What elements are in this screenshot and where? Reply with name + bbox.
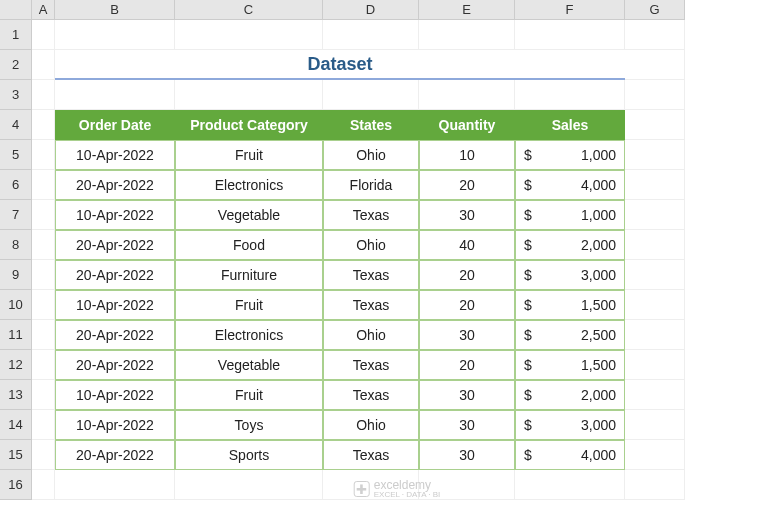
row-head-11[interactable]: 11 <box>0 320 32 350</box>
row-head-8[interactable]: 8 <box>0 230 32 260</box>
row-head-6[interactable]: 6 <box>0 170 32 200</box>
row-head-13[interactable]: 13 <box>0 380 32 410</box>
header-product-category[interactable]: Product Category <box>175 110 323 140</box>
cell-quantity[interactable]: 30 <box>419 380 515 410</box>
cell-B3[interactable] <box>55 80 175 110</box>
cell-order-date[interactable]: 10-Apr-2022 <box>55 290 175 320</box>
row-head-7[interactable]: 7 <box>0 200 32 230</box>
cell-C3[interactable] <box>175 80 323 110</box>
cell-G16[interactable] <box>625 470 685 500</box>
cell-G10[interactable] <box>625 290 685 320</box>
row-head-14[interactable]: 14 <box>0 410 32 440</box>
cell-product-category[interactable]: Sports <box>175 440 323 470</box>
cell-quantity[interactable]: 40 <box>419 230 515 260</box>
cell-G8[interactable] <box>625 230 685 260</box>
cell-quantity[interactable]: 20 <box>419 260 515 290</box>
cell-product-category[interactable]: Toys <box>175 410 323 440</box>
cell-product-category[interactable]: Vegetable <box>175 350 323 380</box>
header-order-date[interactable]: Order Date <box>55 110 175 140</box>
cell-G15[interactable] <box>625 440 685 470</box>
cell-A6[interactable] <box>32 170 55 200</box>
cell-G9[interactable] <box>625 260 685 290</box>
cell-states[interactable]: Texas <box>323 260 419 290</box>
cell-G6[interactable] <box>625 170 685 200</box>
cell-order-date[interactable]: 20-Apr-2022 <box>55 350 175 380</box>
header-sales[interactable]: Sales <box>515 110 625 140</box>
cell-F3[interactable] <box>515 80 625 110</box>
cell-order-date[interactable]: 20-Apr-2022 <box>55 230 175 260</box>
cell-states[interactable]: Ohio <box>323 410 419 440</box>
cell-quantity[interactable]: 30 <box>419 200 515 230</box>
row-head-1[interactable]: 1 <box>0 20 32 50</box>
cell-quantity[interactable]: 30 <box>419 410 515 440</box>
cell-A4[interactable] <box>32 110 55 140</box>
cell-quantity[interactable]: 30 <box>419 320 515 350</box>
cell-states[interactable]: Texas <box>323 200 419 230</box>
cell-A13[interactable] <box>32 380 55 410</box>
row-head-2[interactable]: 2 <box>0 50 32 80</box>
select-all-corner[interactable] <box>0 0 32 20</box>
cell-order-date[interactable]: 10-Apr-2022 <box>55 380 175 410</box>
cell-quantity[interactable]: 20 <box>419 170 515 200</box>
cell-A3[interactable] <box>32 80 55 110</box>
cell-product-category[interactable]: Fruit <box>175 140 323 170</box>
col-head-D[interactable]: D <box>323 0 419 20</box>
cell-A12[interactable] <box>32 350 55 380</box>
cell-B16[interactable] <box>55 470 175 500</box>
cell-G7[interactable] <box>625 200 685 230</box>
cell-states[interactable]: Texas <box>323 290 419 320</box>
cell-G1[interactable] <box>625 20 685 50</box>
cell-A9[interactable] <box>32 260 55 290</box>
cell-order-date[interactable]: 20-Apr-2022 <box>55 320 175 350</box>
cell-A11[interactable] <box>32 320 55 350</box>
cell-product-category[interactable]: Fruit <box>175 380 323 410</box>
cell-E16[interactable] <box>419 470 515 500</box>
cell-product-category[interactable]: Electronics <box>175 320 323 350</box>
cell-sales[interactable]: $1,500 <box>515 350 625 380</box>
cell-quantity[interactable]: 10 <box>419 140 515 170</box>
cell-G4[interactable] <box>625 110 685 140</box>
cell-E3[interactable] <box>419 80 515 110</box>
row-head-12[interactable]: 12 <box>0 350 32 380</box>
cell-G13[interactable] <box>625 380 685 410</box>
cell-E1[interactable] <box>419 20 515 50</box>
col-head-A[interactable]: A <box>32 0 55 20</box>
cell-states[interactable]: Ohio <box>323 230 419 260</box>
cell-sales[interactable]: $3,000 <box>515 260 625 290</box>
cell-sales[interactable]: $2,000 <box>515 230 625 260</box>
cell-order-date[interactable]: 20-Apr-2022 <box>55 170 175 200</box>
row-head-9[interactable]: 9 <box>0 260 32 290</box>
cell-sales[interactable]: $1,000 <box>515 140 625 170</box>
cell-C1[interactable] <box>175 20 323 50</box>
cell-A5[interactable] <box>32 140 55 170</box>
cell-D3[interactable] <box>323 80 419 110</box>
cell-A1[interactable] <box>32 20 55 50</box>
col-head-B[interactable]: B <box>55 0 175 20</box>
cell-product-category[interactable]: Food <box>175 230 323 260</box>
cell-G3[interactable] <box>625 80 685 110</box>
cell-sales[interactable]: $1,500 <box>515 290 625 320</box>
row-head-15[interactable]: 15 <box>0 440 32 470</box>
cell-product-category[interactable]: Vegetable <box>175 200 323 230</box>
row-head-3[interactable]: 3 <box>0 80 32 110</box>
cell-B1[interactable] <box>55 20 175 50</box>
cell-A15[interactable] <box>32 440 55 470</box>
cell-A2[interactable] <box>32 50 55 80</box>
row-head-4[interactable]: 4 <box>0 110 32 140</box>
cell-G14[interactable] <box>625 410 685 440</box>
header-states[interactable]: States <box>323 110 419 140</box>
cell-order-date[interactable]: 20-Apr-2022 <box>55 260 175 290</box>
cell-order-date[interactable]: 10-Apr-2022 <box>55 140 175 170</box>
cell-D1[interactable] <box>323 20 419 50</box>
cell-sales[interactable]: $2,000 <box>515 380 625 410</box>
col-head-E[interactable]: E <box>419 0 515 20</box>
header-quantity[interactable]: Quantity <box>419 110 515 140</box>
cell-product-category[interactable]: Furniture <box>175 260 323 290</box>
cell-G5[interactable] <box>625 140 685 170</box>
row-head-16[interactable]: 16 <box>0 470 32 500</box>
cell-states[interactable]: Texas <box>323 440 419 470</box>
cell-product-category[interactable]: Electronics <box>175 170 323 200</box>
cell-A10[interactable] <box>32 290 55 320</box>
cell-D16[interactable] <box>323 470 419 500</box>
row-head-5[interactable]: 5 <box>0 140 32 170</box>
